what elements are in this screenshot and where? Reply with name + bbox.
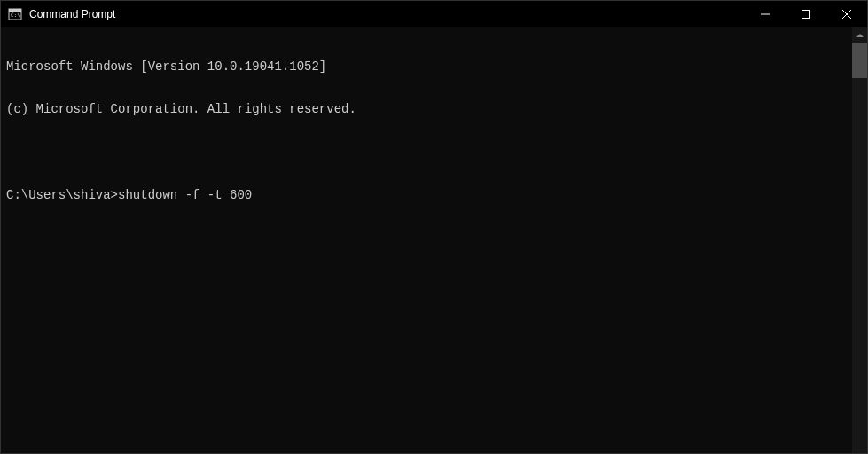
close-button[interactable]: [826, 1, 867, 27]
svg-marker-7: [856, 34, 864, 37]
prompt-line: C:\Users\shiva>shutdown -f -t 600: [6, 188, 847, 202]
svg-text:C:\: C:\: [11, 12, 20, 18]
window-title: Command Prompt: [27, 8, 745, 20]
terminal-content[interactable]: Microsoft Windows [Version 10.0.19041.10…: [1, 27, 852, 453]
blank-line: [6, 145, 847, 160]
app-icon: C:\: [8, 7, 22, 21]
version-line: Microsoft Windows [Version 10.0.19041.10…: [6, 59, 847, 74]
scroll-up-arrow[interactable]: [852, 27, 867, 43]
prompt-path: C:\Users\shiva>: [6, 188, 118, 202]
window-controls: [745, 1, 867, 27]
command-input[interactable]: shutdown -f -t 600: [118, 188, 252, 202]
scroll-thumb[interactable]: [852, 43, 867, 78]
minimize-button[interactable]: [745, 1, 786, 27]
vertical-scrollbar[interactable]: [852, 27, 867, 453]
terminal-area: Microsoft Windows [Version 10.0.19041.10…: [1, 27, 867, 453]
svg-rect-4: [802, 11, 810, 19]
maximize-button[interactable]: [786, 1, 826, 27]
titlebar[interactable]: C:\ Command Prompt: [1, 1, 867, 27]
copyright-line: (c) Microsoft Corporation. All rights re…: [6, 102, 847, 116]
command-prompt-window: C:\ Command Prompt: [0, 0, 868, 454]
